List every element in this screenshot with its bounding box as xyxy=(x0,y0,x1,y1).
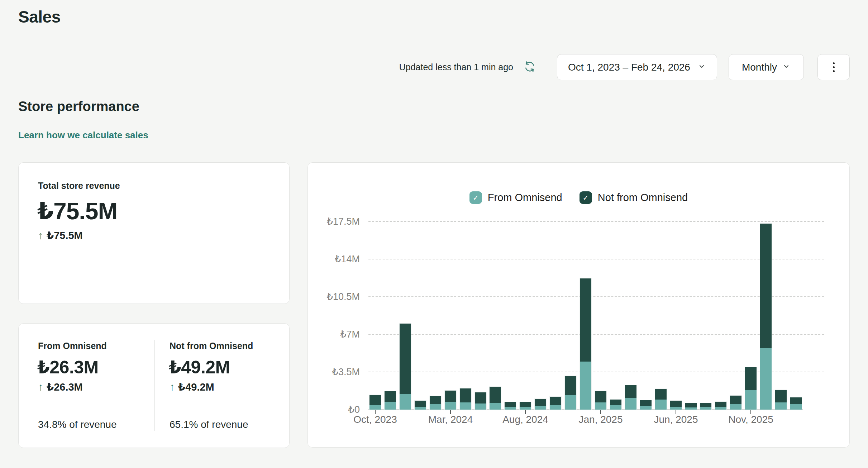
bar-segment xyxy=(655,400,667,410)
bar-segment xyxy=(715,407,726,410)
bar-nov-2023[interactable] xyxy=(385,391,396,410)
not-from-omnisend-value: ₺49.2M xyxy=(169,358,230,377)
bar-may-2025[interactable] xyxy=(655,388,667,410)
revenue-split-card: From Omnisend ₺26.3M ↑ ₺26.3M 34.8% of r… xyxy=(18,323,290,448)
y-axis-label: ₺3.5M xyxy=(308,366,360,378)
bar-jul-2025[interactable] xyxy=(685,403,697,410)
from-omnisend-delta: ↑ ₺26.3M xyxy=(38,381,83,393)
x-axis-label: Oct, 2023 xyxy=(336,414,415,425)
bar-oct-2024[interactable] xyxy=(550,397,561,410)
bar-segment xyxy=(730,396,741,404)
bar-segment xyxy=(670,401,682,407)
bar-segment xyxy=(385,391,396,402)
bar-sep-2025[interactable] xyxy=(715,402,726,410)
bar-oct-2025[interactable] xyxy=(730,396,741,410)
bar-feb-2025[interactable] xyxy=(610,400,621,410)
bar-segment xyxy=(580,362,591,410)
bar-sep-2024[interactable] xyxy=(535,399,546,410)
y-axis-label: ₺17.5M xyxy=(308,216,360,227)
bar-segment xyxy=(460,402,471,410)
bar-jan-2024[interactable] xyxy=(415,400,426,410)
bar-segment xyxy=(745,390,757,410)
bar-segment xyxy=(445,391,456,402)
bar-segment xyxy=(790,404,802,410)
bar-segment xyxy=(460,388,471,402)
date-range-button[interactable]: Oct 1, 2023 – Feb 24, 2026 xyxy=(557,54,717,80)
bar-jun-2025[interactable] xyxy=(670,400,682,410)
gridline xyxy=(368,296,824,297)
bar-dec-2024[interactable] xyxy=(580,278,591,410)
chart-plot: ₺0₺3.5M₺7M₺10.5M₺14M₺17.5MOct, 2023Mar, … xyxy=(308,163,849,447)
total-revenue-card: Total store revenue ₺75.5M ↑ ₺75.5M xyxy=(18,162,290,304)
bar-segment xyxy=(535,399,546,406)
bar-segment xyxy=(445,402,456,410)
bar-jan-2025[interactable] xyxy=(595,391,606,410)
column-divider xyxy=(154,340,155,431)
bar-segment xyxy=(670,407,682,410)
bar-mar-2025[interactable] xyxy=(625,385,636,410)
bar-segment xyxy=(595,391,606,402)
bar-nov-2025[interactable] xyxy=(745,367,757,410)
bar-apr-2024[interactable] xyxy=(460,388,471,410)
arrow-up-icon: ↑ xyxy=(38,382,43,392)
granularity-button[interactable]: Monthly xyxy=(729,54,804,80)
bar-segment xyxy=(610,400,621,405)
x-axis-line xyxy=(368,410,803,410)
revenue-share: 65.1% of revenue xyxy=(170,419,248,430)
bar-feb-2026[interactable] xyxy=(790,397,802,410)
bar-segment xyxy=(400,324,411,394)
bar-segment xyxy=(475,403,486,410)
bar-jan-2026[interactable] xyxy=(775,390,787,410)
bar-segment xyxy=(760,224,772,348)
bar-oct-2023[interactable] xyxy=(369,395,381,410)
toolbar: Updated less than 1 min ago Oct 1, 2023 … xyxy=(399,54,850,80)
from-omnisend-label: From Omnisend xyxy=(38,341,107,351)
bar-nov-2024[interactable] xyxy=(565,376,576,410)
chevron-down-icon xyxy=(697,62,706,73)
arrow-up-icon: ↑ xyxy=(38,230,43,241)
kebab-icon xyxy=(833,62,835,64)
bar-segment xyxy=(565,376,576,395)
y-axis-label: ₺14M xyxy=(308,253,360,265)
updated-status: Updated less than 1 min ago xyxy=(399,62,513,72)
bar-aug-2024[interactable] xyxy=(520,402,531,410)
bar-segment xyxy=(730,404,741,410)
bar-apr-2025[interactable] xyxy=(640,400,652,410)
bar-segment xyxy=(415,407,426,410)
bar-segment xyxy=(385,402,396,410)
bar-segment xyxy=(505,402,516,407)
calculation-info-link[interactable]: Learn how we calculate sales xyxy=(18,130,148,141)
bar-jun-2024[interactable] xyxy=(490,387,501,410)
bar-dec-2025[interactable] xyxy=(760,224,772,410)
bar-aug-2025[interactable] xyxy=(700,403,711,410)
y-axis-label: ₺7M xyxy=(308,329,360,340)
sales-chart-card: ✓From Omnisend✓Not from Omnisend ₺0₺3.5M… xyxy=(307,162,850,448)
gridline xyxy=(368,334,824,335)
bar-mar-2024[interactable] xyxy=(445,391,456,410)
bar-segment xyxy=(685,403,697,407)
bar-segment xyxy=(400,394,411,410)
bar-segment xyxy=(505,407,516,410)
bar-segment xyxy=(490,403,501,410)
bar-segment xyxy=(580,278,591,362)
bar-segment xyxy=(490,387,501,403)
sales-dashboard: Sales Updated less than 1 min ago Oct 1,… xyxy=(0,0,868,468)
kebab-icon xyxy=(833,70,835,72)
x-axis-label: Aug, 2024 xyxy=(486,414,565,425)
bar-segment xyxy=(430,404,441,410)
more-options-button[interactable] xyxy=(817,54,850,80)
bar-jul-2024[interactable] xyxy=(505,402,516,410)
total-revenue-label: Total store revenue xyxy=(38,181,120,191)
not-from-omnisend-label: Not from Omnisend xyxy=(170,341,253,351)
bar-segment xyxy=(640,406,652,410)
bar-may-2024[interactable] xyxy=(475,392,486,410)
bar-feb-2024[interactable] xyxy=(430,396,441,410)
bar-segment xyxy=(535,406,546,410)
refresh-icon xyxy=(523,60,536,74)
bar-segment xyxy=(640,400,652,406)
refresh-button[interactable] xyxy=(523,60,537,75)
bar-segment xyxy=(745,367,757,390)
bar-dec-2023[interactable] xyxy=(400,324,411,410)
arrow-up-icon: ↑ xyxy=(170,382,175,392)
bar-segment xyxy=(775,390,787,402)
